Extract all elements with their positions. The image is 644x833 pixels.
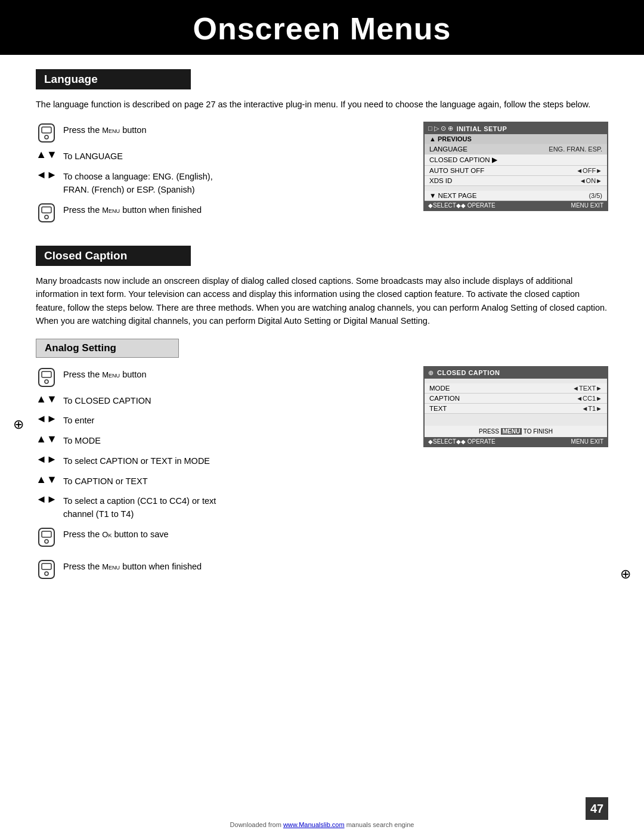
analog-menu-spacer-mid xyxy=(425,414,607,426)
lang-step-3-text: To choose a language: ENG. (English),FRA… xyxy=(63,168,213,197)
analog-menu-title-bar: ⊕ CLOSED CAPTION xyxy=(425,367,607,379)
lang-step-1-text: Press the Menu button xyxy=(63,122,146,137)
closed-caption-section: Closed Caption Many broadcasts now inclu… xyxy=(36,246,608,584)
svg-point-11 xyxy=(45,540,48,543)
lang-menu-row-auto-shut: AUTO SHUT OFF ◄OFF► xyxy=(425,166,607,176)
analog-step-5: ◄► To select CAPTION or TEXT in MODE xyxy=(36,453,405,468)
arrow-ud-icon-1: ▲▼ xyxy=(36,148,57,160)
lang-step-2-text: To LANGUAGE xyxy=(63,148,123,163)
closed-caption-title: Closed Caption xyxy=(36,246,191,266)
analog-step-2: ▲▼ To CLOSED CAPTION xyxy=(36,392,405,408)
svg-point-2 xyxy=(45,135,48,139)
svg-point-14 xyxy=(45,572,48,575)
lang-step-4: Press the Menu button when finished xyxy=(36,202,405,223)
language-menu-screenshot: □ ▷ ⊙ ⊕ INITIAL SETUP ▲ PREVIOUS LANGUAG… xyxy=(423,122,608,211)
analog-step-9-text: Press the Menu button when finished xyxy=(63,558,202,574)
lang-menu-row-xds: XDS ID ◄ON► xyxy=(425,176,607,186)
manualslib-link[interactable]: www.Manualslib.com xyxy=(283,821,345,828)
analog-step-4-text: To MODE xyxy=(63,432,101,448)
analog-step-3: ◄► To enter xyxy=(36,412,405,428)
language-instructions: Press the Menu button ▲▼ To LANGUAGE ◄► … xyxy=(36,122,405,227)
analog-step-6: ▲▼ To CAPTION or TEXT xyxy=(36,473,405,488)
analog-step-1: Press the Menu button xyxy=(36,366,405,388)
analog-menu-spacer-top xyxy=(425,379,607,383)
main-content: Language The language function is descri… xyxy=(0,55,644,620)
analog-menu-icon-1 xyxy=(36,366,57,388)
analog-menu-icon-3 xyxy=(36,558,57,580)
analog-step-spacer xyxy=(36,552,405,558)
analog-menu-press-finish: PRESS MENU TO FINISH xyxy=(425,426,607,437)
analog-menu-title-text: CLOSED CAPTION xyxy=(437,369,500,376)
lang-step-1: Press the Menu button xyxy=(36,122,405,143)
analog-arrow-ud-3: ▲▼ xyxy=(36,473,57,485)
analog-arrow-lr-3: ◄► xyxy=(36,493,57,504)
svg-point-5 xyxy=(45,215,48,219)
closed-caption-intro: Many broadcasts now include an onscreen … xyxy=(36,274,608,328)
analog-arrow-ud-2: ▲▼ xyxy=(36,432,57,444)
lang-menu-row-cc: CLOSED CAPTION ▶ xyxy=(425,154,607,166)
bottom-download-text: Downloaded from www.Manualslib.com manua… xyxy=(0,821,644,828)
lang-menu-title-text: INITIAL SETUP xyxy=(457,125,507,132)
analog-step-8-text: Press the Ok button to save xyxy=(63,526,169,541)
page-number: 47 xyxy=(586,797,608,820)
analog-menu-icon-2 xyxy=(36,526,57,547)
analog-two-col: Press the Menu button ▲▼ To CLOSED CAPTI… xyxy=(36,366,608,584)
analog-setting-title: Analog Setting xyxy=(36,339,179,358)
page-header: Onscreen Menus xyxy=(0,0,644,55)
lang-menu-row-previous: ▲ PREVIOUS xyxy=(425,134,607,144)
lang-menu-title-icons: □ ▷ ⊙ ⊕ xyxy=(428,125,453,132)
language-intro: The language function is described on pa… xyxy=(36,98,608,111)
analog-menu-box: ⊕ CLOSED CAPTION MODE ◄TEXT► CAPTION ◄CC… xyxy=(423,366,608,447)
analog-arrow-lr-1: ◄► xyxy=(36,412,57,424)
analog-menu-footer: ◆SELECT◆◆ OPERATE MENU EXIT xyxy=(425,437,607,446)
analog-step-6-text: To CAPTION or TEXT xyxy=(63,473,148,488)
language-menu-box: □ ▷ ⊙ ⊕ INITIAL SETUP ▲ PREVIOUS LANGUAG… xyxy=(423,122,608,211)
lang-menu-title-bar: □ ▷ ⊙ ⊕ INITIAL SETUP xyxy=(425,123,607,134)
lang-menu-row-language: LANGUAGE ENG. FRAN. ESP. xyxy=(425,144,607,154)
analog-menu-footer-left: ◆SELECT◆◆ OPERATE xyxy=(428,438,496,445)
language-section-title: Language xyxy=(36,69,191,89)
menu-button-icon-1 xyxy=(36,122,57,143)
analog-step-9: Press the Menu button when finished xyxy=(36,558,405,580)
analog-step-1-text: Press the Menu button xyxy=(63,366,146,382)
svg-rect-4 xyxy=(42,207,51,213)
analog-menu-row-caption: CAPTION ◄CC1► xyxy=(425,394,607,404)
analog-arrow-ud-1: ▲▼ xyxy=(36,392,57,404)
analog-step-8: Press the Ok button to save xyxy=(36,526,405,547)
analog-menu-row-text: TEXT ◄T1► xyxy=(425,404,607,414)
svg-point-8 xyxy=(45,380,48,383)
analog-step-5-text: To select CAPTION or TEXT in MODE xyxy=(63,453,210,468)
registration-mark-left: ⊕ xyxy=(13,417,24,432)
analog-menu-row-mode: MODE ◄TEXT► xyxy=(425,383,607,394)
svg-rect-7 xyxy=(42,371,51,377)
registration-mark-right: ⊕ xyxy=(620,566,631,582)
lang-menu-footer-left: ◆SELECT◆◆ OPERATE xyxy=(428,202,496,209)
lang-step-2: ▲▼ To LANGUAGE xyxy=(36,148,405,163)
analog-step-4: ▲▼ To MODE xyxy=(36,432,405,448)
analog-setting-section: Analog Setting Press the Menu bu xyxy=(36,339,608,584)
lang-menu-footer-right: MENU EXIT xyxy=(571,202,603,209)
analog-step-3-text: To enter xyxy=(63,412,94,428)
svg-rect-13 xyxy=(42,563,51,569)
analog-step-7-text: To select a caption (CC1 to CC4) or text… xyxy=(63,493,216,521)
lang-step-3: ◄► To choose a language: ENG. (English),… xyxy=(36,168,405,197)
analog-arrow-lr-2: ◄► xyxy=(36,453,57,465)
lang-menu-footer: ◆SELECT◆◆ OPERATE MENU EXIT xyxy=(425,201,607,210)
svg-rect-10 xyxy=(42,531,51,537)
language-section: Language The language function is descri… xyxy=(36,69,608,228)
lang-menu-row-next: ▼ NEXT PAGE (3/5) xyxy=(425,191,607,201)
arrow-lr-icon-1: ◄► xyxy=(36,168,57,180)
analog-menu-footer-right: MENU EXIT xyxy=(571,438,603,445)
lang-menu-spacer xyxy=(425,186,607,191)
svg-rect-1 xyxy=(42,127,51,133)
analog-menu-title-icon: ⊕ xyxy=(428,369,434,377)
analog-step-2-text: To CLOSED CAPTION xyxy=(63,392,151,408)
analog-menu-screenshot: ⊕ CLOSED CAPTION MODE ◄TEXT► CAPTION ◄CC… xyxy=(423,366,608,447)
lang-step-4-text: Press the Menu button when finished xyxy=(63,202,202,217)
page-title: Onscreen Menus xyxy=(0,11,644,47)
language-two-col: Press the Menu button ▲▼ To LANGUAGE ◄► … xyxy=(36,122,608,227)
analog-step-7: ◄► To select a caption (CC1 to CC4) or t… xyxy=(36,493,405,521)
analog-instructions: Press the Menu button ▲▼ To CLOSED CAPTI… xyxy=(36,366,405,584)
menu-button-icon-2 xyxy=(36,202,57,223)
